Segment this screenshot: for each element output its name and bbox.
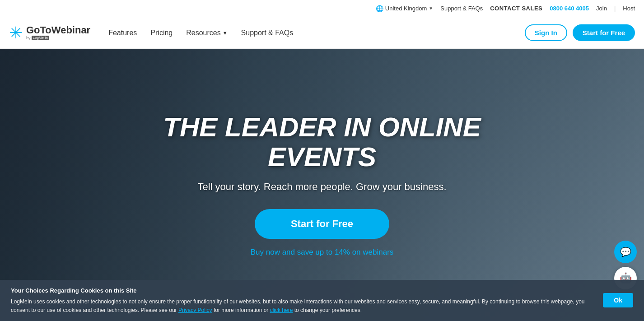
nav-resources[interactable]: Resources ▼: [186, 29, 227, 37]
nav-pricing[interactable]: Pricing: [150, 29, 173, 37]
globe-icon: 🌐: [376, 5, 383, 12]
resources-label: Resources: [186, 29, 220, 37]
cookie-title: Your Choices Regarding Cookies on this S…: [11, 286, 594, 296]
logmein-badge: LogMe In: [32, 36, 49, 40]
phone-link[interactable]: 0800 640 4005: [550, 5, 589, 12]
contact-sales-label: CONTACT SALES: [490, 5, 542, 12]
logo-brand: GoToWebinar: [26, 25, 90, 35]
join-link[interactable]: Join: [596, 5, 607, 12]
cookie-middle: for more information or: [212, 307, 270, 313]
resources-chevron-icon: ▼: [223, 30, 228, 36]
logo-link[interactable]: ✳ GoToWebinar by LogMe In: [9, 25, 90, 41]
chat-bubble-icon[interactable]: 💬: [614, 241, 637, 263]
logo-goto: GoTo: [26, 24, 51, 36]
support-faqs-link[interactable]: Support & FAQs: [440, 5, 483, 12]
nav-features[interactable]: Features: [108, 29, 137, 37]
click-here-link[interactable]: click here: [270, 307, 293, 313]
host-link[interactable]: Host: [623, 5, 635, 12]
signin-button[interactable]: Sign In: [525, 24, 567, 41]
chevron-down-icon: ▼: [429, 6, 433, 11]
cookie-body: LogMeIn uses cookies and other technolog…: [11, 298, 594, 315]
logo-by: by LogMe In: [26, 36, 90, 40]
nav-actions: Sign In Start for Free: [525, 24, 635, 41]
nav-links: Features Pricing Resources ▼ Support & F…: [108, 29, 525, 37]
start-free-button[interactable]: Start for Free: [573, 24, 635, 41]
top-bar: 🌐 United Kingdom ▼ Support & FAQs CONTAC…: [0, 0, 644, 17]
logo-icon: ✳: [9, 25, 23, 41]
hero-subtitle: Tell your story. Reach more people. Grow…: [150, 181, 494, 193]
region-selector[interactable]: 🌐 United Kingdom ▼: [376, 5, 433, 12]
hero-title: THE LEADER IN ONLINE EVENTS: [150, 112, 494, 172]
cookie-end: to change your preferences.: [293, 307, 362, 313]
region-label: United Kingdom: [385, 5, 427, 12]
navbar: ✳ GoToWebinar by LogMe In Features Prici…: [0, 17, 644, 49]
by-text: by: [26, 36, 31, 40]
separator: |: [614, 5, 616, 12]
cookie-text: Your Choices Regarding Cookies on this S…: [11, 286, 594, 315]
nav-support-faqs[interactable]: Support & FAQs: [241, 29, 294, 37]
logo-text: GoToWebinar by LogMe In: [26, 25, 90, 40]
privacy-policy-link[interactable]: Privacy Policy: [178, 307, 212, 313]
logo-webinar: Webinar: [51, 24, 90, 36]
hero-save-link[interactable]: Buy now and save up to 14% on webinars: [150, 248, 494, 257]
cookie-ok-button[interactable]: Ok: [603, 293, 633, 307]
hero-cta-button[interactable]: Start for Free: [255, 209, 389, 239]
cookie-banner: Your Choices Regarding Cookies on this S…: [0, 280, 644, 321]
hero-content: THE LEADER IN ONLINE EVENTS Tell your st…: [141, 103, 503, 266]
